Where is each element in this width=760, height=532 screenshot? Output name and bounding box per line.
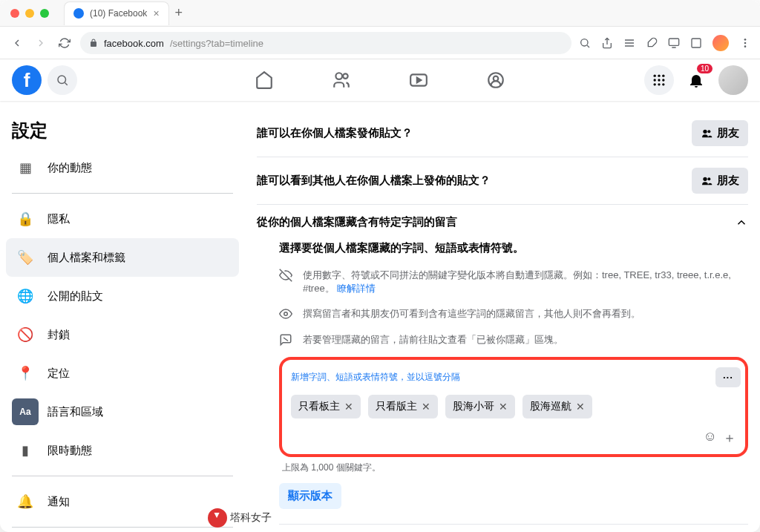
- sidebar-item-activity[interactable]: ▦你的動態: [6, 148, 239, 187]
- svg-point-29: [707, 130, 710, 133]
- setting-title: 從你的個人檔案隱藏含有特定字詞的留言: [257, 215, 457, 229]
- svg-point-14: [343, 73, 348, 79]
- url-domain: facebook.com: [104, 38, 164, 49]
- svg-point-23: [658, 79, 660, 81]
- globe-icon: 🌐: [12, 283, 39, 309]
- window-controls[interactable]: [10, 9, 49, 18]
- button-label: 朋友: [717, 126, 739, 140]
- info-row: 若要管理隱藏的留言，請前往貼文查看「已被你隱藏」區塊。: [279, 327, 748, 352]
- extensions-icon[interactable]: [646, 37, 658, 49]
- notifications-button[interactable]: 10: [681, 65, 711, 95]
- back-button[interactable]: [9, 35, 25, 51]
- remove-chip-icon[interactable]: ✕: [422, 401, 430, 413]
- chip-label: 股海巡航: [530, 400, 571, 413]
- lock-icon: 🔒: [12, 206, 39, 232]
- divider: [279, 524, 748, 525]
- facebook-logo[interactable]: f: [12, 65, 42, 95]
- svg-point-32: [284, 312, 288, 316]
- chip-label: 股海小哥: [453, 400, 494, 413]
- sidebar-item-notifications[interactable]: 🔔通知: [6, 482, 239, 521]
- facebook-header: f 10: [0, 59, 760, 101]
- svg-point-8: [744, 39, 747, 41]
- button-label: 朋友: [717, 174, 739, 188]
- setting-hide-keywords-toggle[interactable]: 從你的個人檔案隱藏含有特定字詞的留言: [257, 205, 748, 237]
- fb-search-button[interactable]: [48, 65, 77, 95]
- setting-who-can-see-posts: 誰可以看到其他人在你個人檔案上發佈的貼文？ 朋友: [257, 157, 748, 205]
- audience-selector-button[interactable]: 朋友: [692, 120, 748, 146]
- svg-rect-5: [669, 39, 678, 45]
- emoji-picker-icon[interactable]: ☺: [704, 429, 717, 447]
- sidebar-item-language[interactable]: Aa語言和區域: [6, 393, 239, 431]
- groups-nav-icon[interactable]: [479, 64, 512, 96]
- chrome-menu-icon[interactable]: [739, 37, 751, 49]
- eye-off-icon: [279, 269, 294, 295]
- menu-button[interactable]: [644, 65, 674, 95]
- svg-point-19: [654, 75, 656, 77]
- sidebar-item-label: 封鎖: [48, 328, 70, 342]
- friends-nav-icon[interactable]: [325, 64, 358, 96]
- chip-label: 只看板主: [298, 400, 340, 413]
- sidebar-item-label: 公開的貼文: [48, 289, 103, 303]
- setting-title: 誰可以看到其他人在你個人檔案上發佈的貼文？: [257, 174, 491, 188]
- keyword-chip: 股海巡航✕: [522, 395, 592, 418]
- show-version-button[interactable]: 顯示版本: [279, 483, 341, 509]
- chevron-up-icon: [735, 216, 748, 229]
- svg-point-30: [703, 177, 707, 180]
- toolbar-menu-icon[interactable]: [623, 37, 635, 49]
- learn-more-link[interactable]: 瞭解詳情: [337, 283, 376, 294]
- grid-icon: ▦: [12, 154, 39, 181]
- info-text: 若要管理隱藏的留言，請前往貼文查看「已被你隱藏」區塊。: [303, 333, 563, 347]
- reload-button[interactable]: [56, 35, 73, 51]
- svg-point-26: [658, 83, 660, 85]
- info-row: 使用數字、符號或不同拼法的關鍵字變化版本將自動遭到隱藏。例如：tree, TRE…: [279, 263, 748, 301]
- sidebar-item-privacy[interactable]: 🔒隱私: [6, 200, 239, 238]
- sidebar-item-label: 限時動態: [48, 444, 92, 458]
- keyword-input-area: 新增字詞、短語或表情符號，並以逗號分隔 ··· 只看板主✕ 只看版主✕ 股海小哥…: [279, 357, 748, 457]
- svg-line-33: [284, 338, 288, 341]
- language-icon: Aa: [12, 398, 39, 425]
- sidebar-item-profile-tagging[interactable]: 🏷️個人檔案和標籤: [6, 238, 239, 277]
- sidebar-item-label: 你的動態: [48, 161, 92, 175]
- address-bar[interactable]: facebook.com/settings?tab=timeline: [80, 32, 571, 54]
- more-options-button[interactable]: ···: [715, 367, 741, 387]
- sidebar-item-public-posts[interactable]: 🌐公開的貼文: [6, 277, 239, 315]
- sidebar-title: 設定: [6, 113, 239, 148]
- tab-list-icon[interactable]: [690, 37, 702, 49]
- home-nav-icon[interactable]: [248, 64, 281, 96]
- svg-point-0: [581, 39, 588, 46]
- svg-point-20: [658, 75, 660, 77]
- minimize-window[interactable]: [25, 9, 34, 18]
- remove-chip-icon[interactable]: ✕: [576, 401, 585, 413]
- add-keyword-icon[interactable]: ＋: [723, 429, 736, 447]
- search-in-page-icon[interactable]: [579, 37, 591, 49]
- sidebar-item-label: 語言和區域: [48, 405, 103, 419]
- sidebar-item-location[interactable]: 📍定位: [6, 354, 239, 393]
- eye-icon: [279, 307, 294, 321]
- sidebar-item-label: 個人檔案和標籤: [48, 251, 125, 265]
- forward-button[interactable]: [33, 35, 49, 51]
- maximize-window[interactable]: [40, 9, 49, 18]
- sidebar-item-stories[interactable]: ▮限時動態: [6, 431, 239, 470]
- profile-button[interactable]: [718, 65, 748, 95]
- audience-selector-button[interactable]: 朋友: [692, 168, 748, 194]
- sub-section-title: 選擇要從個人檔案隱藏的字詞、短語或表情符號。: [279, 241, 748, 255]
- keyword-chip: 股海小哥✕: [445, 395, 515, 418]
- user-avatar[interactable]: [712, 35, 729, 51]
- close-tab-icon[interactable]: ×: [153, 7, 159, 19]
- new-tab-button[interactable]: +: [175, 5, 183, 21]
- svg-line-12: [65, 82, 67, 85]
- svg-point-25: [654, 83, 656, 85]
- facebook-favicon: [73, 8, 84, 19]
- sidebar-item-blocking[interactable]: 🚫封鎖: [6, 315, 239, 354]
- browser-tab[interactable]: (10) Facebook ×: [64, 1, 169, 25]
- share-icon[interactable]: [601, 37, 613, 49]
- tag-icon: 🏷️: [12, 244, 39, 271]
- remove-chip-icon[interactable]: ✕: [344, 401, 353, 413]
- watch-nav-icon[interactable]: [402, 64, 435, 96]
- cast-icon[interactable]: [668, 37, 680, 49]
- svg-marker-16: [417, 78, 421, 83]
- svg-point-24: [662, 79, 664, 81]
- remove-chip-icon[interactable]: ✕: [499, 401, 508, 413]
- sidebar-item-label: 定位: [48, 367, 70, 381]
- close-window[interactable]: [10, 9, 19, 18]
